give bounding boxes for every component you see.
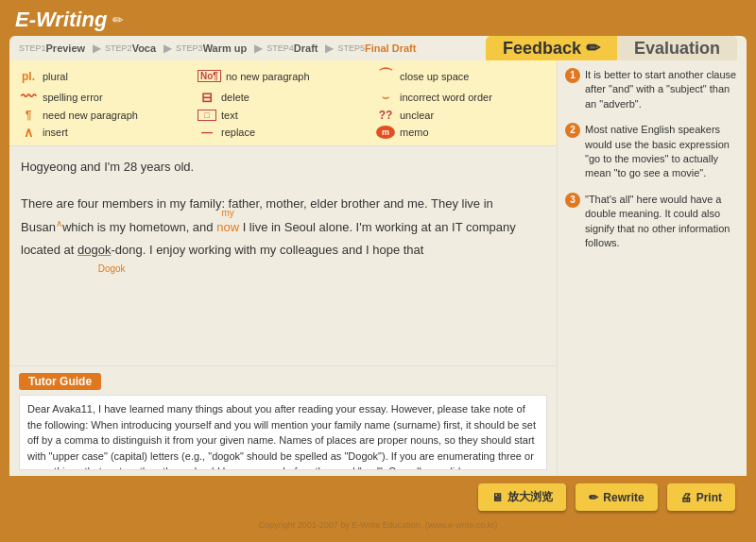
legend-new-para: ¶ need new paragraph	[19, 109, 190, 122]
feedback-pencil-icon: ✏	[586, 38, 600, 59]
spelling-symbol: 〰	[19, 89, 38, 106]
replace-label: replace	[221, 127, 255, 138]
steps-bar: STEP1 Preview ▶ STEP2 Voca ▶ STEP3 Warm …	[9, 36, 747, 60]
insert-label: insert	[43, 127, 68, 138]
legend-memo: m memo	[376, 125, 547, 140]
step-warmup[interactable]: STEP3 Warm up	[176, 42, 247, 54]
legend-close-up: ⌒ close up space	[376, 66, 547, 86]
text-symbol: □	[198, 110, 216, 121]
step-voca[interactable]: STEP2 Voca	[105, 42, 156, 54]
legend-spelling: 〰 spelling error	[19, 89, 190, 106]
essay-para-2: There are four members in my family: fat…	[21, 193, 545, 261]
dogok-annotation: dogok-dong.Dogok	[77, 239, 146, 261]
arrow-3: ▶	[254, 42, 263, 55]
left-panel: pl. plural No¶ no new paragraph ⌒ close …	[9, 60, 558, 476]
feedback-label: Feedback	[503, 39, 581, 59]
print-icon: 🖨	[680, 491, 692, 504]
feedback-item-1: 1 It is better to start another clause a…	[565, 68, 739, 111]
annotation-my: my	[221, 205, 233, 222]
tutor-guide-text[interactable]: Dear Avaka11, I have learned many things…	[19, 395, 547, 470]
feedback-text-3: "That's all" here would have a double me…	[585, 193, 739, 251]
copyright-text: Copyright 2001-2007 by E-Write Education…	[259, 520, 497, 530]
legend-delete: ⊟ delete	[198, 89, 369, 106]
text-label: text	[221, 110, 238, 121]
close-up-symbol: ⌒	[376, 66, 395, 86]
feedback-item-2: 2 Most native English speakers would use…	[565, 123, 739, 181]
step-preview[interactable]: STEP1 Preview	[19, 42, 85, 54]
legend-incorrect: ⌣ incorrect word order	[376, 89, 547, 106]
essay-para-1: Hogyeong and I'm 28 years old.	[21, 156, 545, 178]
delete-label: delete	[221, 92, 249, 103]
legend-text: □ text	[198, 109, 369, 122]
enlarge-button[interactable]: 🖥 放大浏览	[478, 483, 566, 511]
feedback-num-1: 1	[565, 68, 580, 83]
bottom-bar: 🖥 放大浏览 ✏ Rewrite 🖨 Print	[9, 476, 747, 518]
right-panel: 1 It is better to start another clause a…	[558, 60, 747, 476]
feedback-item-3: 3 "That's all" here would have a double …	[565, 193, 739, 251]
tab-evaluation[interactable]: Evaluation	[617, 36, 737, 60]
legend-unclear: ?? unclear	[376, 109, 547, 122]
print-button[interactable]: 🖨 Print	[667, 483, 735, 511]
new-para-symbol: ¶	[19, 109, 38, 122]
rewrite-button[interactable]: ✏ Rewrite	[576, 483, 657, 511]
arrow-4: ▶	[325, 42, 334, 55]
evaluation-label: Evaluation	[634, 39, 720, 59]
step-final-draft[interactable]: STEP5 Final Draft	[337, 42, 416, 54]
plural-symbol: pl.	[19, 70, 38, 83]
feedback-num-2: 2	[565, 123, 580, 138]
incorrect-symbol: ⌣	[376, 91, 395, 104]
copyright: Copyright 2001-2007 by E-Write Education…	[0, 518, 756, 532]
arrow-2: ▶	[163, 42, 172, 55]
delete-symbol: ⊟	[198, 90, 216, 105]
memo-label: memo	[400, 127, 429, 138]
top-header: E-Writing ✏	[0, 0, 756, 36]
pencil-icon: ✏	[112, 12, 124, 27]
print-label: Print	[696, 491, 722, 504]
main-content: pl. plural No¶ no new paragraph ⌒ close …	[9, 60, 747, 476]
rewrite-label: Rewrite	[603, 491, 644, 504]
memo-symbol: m	[376, 126, 395, 139]
legend-no-paragraph: No¶ no new paragraph	[198, 66, 369, 86]
unclear-symbol: ??	[376, 109, 395, 122]
replace-symbol: —	[198, 126, 216, 139]
tab-feedback[interactable]: Feedback ✏	[486, 36, 617, 60]
step-draft[interactable]: STEP4 Draft	[266, 42, 318, 54]
app-title: E-Writing	[15, 8, 107, 32]
legend-bar: pl. plural No¶ no new paragraph ⌒ close …	[9, 60, 557, 146]
no-para-label: no new paragraph	[226, 71, 310, 82]
feedback-text-1: It is better to start another clause aft…	[585, 68, 739, 111]
enlarge-label: 放大浏览	[507, 489, 553, 505]
caret-my: nowmy	[216, 220, 239, 234]
feedback-text-2: Most native English speakers would use t…	[585, 123, 739, 181]
tutor-guide-label: Tutor Guide	[19, 373, 101, 390]
close-up-label: close up space	[400, 71, 469, 82]
legend-insert: ∧ insert	[19, 125, 190, 140]
plural-label: plural	[43, 71, 68, 82]
legend-plural: pl. plural	[19, 66, 190, 86]
incorrect-label: incorrect word order	[400, 92, 492, 103]
spelling-label: spelling error	[43, 92, 103, 103]
essay-text: Hogyeong and I'm 28 years old. There are…	[21, 156, 545, 261]
insert-symbol: ∧	[19, 125, 38, 140]
no-para-symbol: No¶	[198, 70, 221, 82]
rewrite-icon: ✏	[589, 491, 598, 504]
enlarge-icon: 🖥	[491, 491, 503, 504]
feedback-num-3: 3	[565, 193, 580, 208]
essay-area: Hogyeong and I'm 28 years old. There are…	[9, 146, 557, 365]
arrow-1: ▶	[93, 42, 101, 55]
new-para-label: need new paragraph	[43, 110, 138, 121]
tabs-area: Feedback ✏ Evaluation	[486, 36, 737, 60]
tutor-guide-section: Tutor Guide Dear Avaka11, I have learned…	[9, 365, 557, 476]
unclear-label: unclear	[400, 110, 434, 121]
legend-replace: — replace	[198, 125, 369, 140]
caret-1: ∧	[56, 218, 62, 229]
